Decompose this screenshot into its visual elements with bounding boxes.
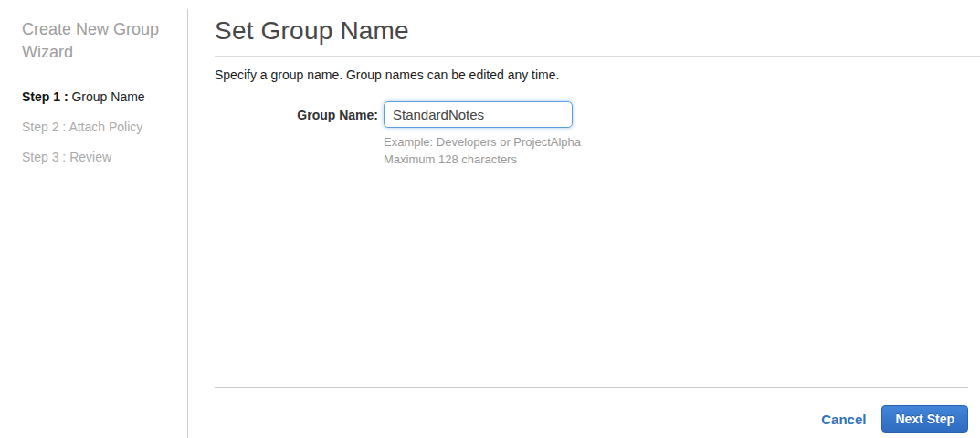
page-title: Set Group Name — [215, 16, 980, 46]
wizard-title: Create New Group Wizard — [22, 18, 169, 64]
group-name-input[interactable] — [384, 101, 573, 128]
step-label: Group Name — [71, 89, 144, 104]
step-prefix: Step 1 : — [22, 89, 68, 104]
cancel-button[interactable]: Cancel — [821, 412, 866, 427]
hint-max-characters: Maximum 128 characters — [384, 151, 980, 168]
step-label: Review — [69, 150, 111, 164]
group-name-form-row: Group Name: — [215, 101, 980, 128]
step-prefix: Step 3 : — [22, 150, 66, 164]
next-step-button[interactable]: Next Step — [881, 405, 968, 433]
group-name-label: Group Name: — [215, 101, 384, 122]
title-divider — [215, 56, 980, 57]
sidebar-step-review: Step 3 : Review — [22, 150, 169, 164]
page-description: Specify a group name. Group names can be… — [215, 68, 980, 82]
sidebar-divider — [187, 9, 188, 438]
field-hints: Example: Developers or ProjectAlpha Maxi… — [384, 133, 980, 168]
create-group-wizard-page: Create New Group Wizard Step 1 : Group N… — [0, 0, 980, 438]
wizard-footer: Cancel Next Step — [821, 405, 968, 433]
hint-example: Example: Developers or ProjectAlpha — [384, 133, 980, 151]
sidebar-step-group-name: Step 1 : Group Name — [22, 89, 169, 104]
main-content: Set Group Name Specify a group name. Gro… — [215, 0, 980, 438]
sidebar-step-attach-policy: Step 2 : Attach Policy — [22, 120, 169, 134]
footer-divider — [215, 387, 968, 388]
wizard-sidebar: Create New Group Wizard Step 1 : Group N… — [0, 0, 187, 438]
step-label: Attach Policy — [68, 120, 142, 134]
step-prefix: Step 2 : — [22, 120, 66, 134]
wizard-steps: Step 1 : Group Name Step 2 : Attach Poli… — [22, 89, 169, 164]
